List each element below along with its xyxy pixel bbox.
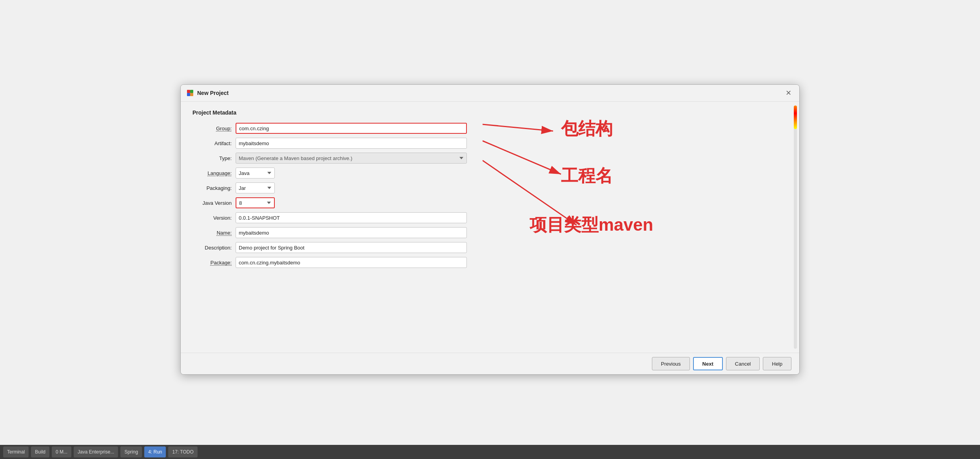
taskbar-maven[interactable]: 0 M... bbox=[52, 446, 71, 457]
java-version-row: Java Version 8 11 17 bbox=[192, 197, 467, 208]
version-row: Version: bbox=[192, 212, 467, 223]
java-version-label: Java Version bbox=[192, 200, 236, 206]
group-label: Group: bbox=[192, 126, 236, 131]
package-row: Package: bbox=[192, 257, 467, 268]
bottom-bar: Previous Next Cancel Help bbox=[181, 353, 799, 374]
content-area: Project Metadata Group: Artifact: Type: … bbox=[181, 102, 799, 353]
artifact-row: Artifact: bbox=[192, 138, 467, 149]
taskbar-terminal[interactable]: Terminal bbox=[3, 446, 29, 457]
java-version-select[interactable]: 8 11 17 bbox=[236, 197, 275, 208]
language-select[interactable]: Java bbox=[236, 168, 275, 178]
type-label: Type: bbox=[192, 155, 236, 161]
next-button[interactable]: Next bbox=[693, 357, 723, 370]
svg-rect-3 bbox=[190, 93, 193, 96]
svg-line-5 bbox=[483, 141, 561, 174]
previous-button[interactable]: Previous bbox=[652, 357, 690, 370]
type-row: Type: Maven (Generate a Maven based proj… bbox=[192, 153, 467, 164]
packaging-select[interactable]: Jar bbox=[236, 182, 275, 193]
scrollbar[interactable] bbox=[793, 105, 798, 350]
help-button[interactable]: Help bbox=[763, 357, 791, 370]
svg-line-4 bbox=[483, 124, 553, 131]
cancel-button[interactable]: Cancel bbox=[726, 357, 760, 370]
description-input[interactable] bbox=[236, 242, 467, 253]
name-row: Name: bbox=[192, 227, 467, 238]
package-input[interactable] bbox=[236, 257, 467, 268]
description-label: Description: bbox=[192, 245, 236, 251]
artifact-label: Artifact: bbox=[192, 140, 236, 146]
app-icon bbox=[186, 89, 194, 97]
group-input[interactable] bbox=[236, 123, 467, 134]
description-row: Description: bbox=[192, 242, 467, 253]
package-label: Package: bbox=[192, 260, 236, 266]
packaging-label: Packaging: bbox=[192, 185, 236, 191]
scrollbar-track bbox=[794, 106, 797, 349]
type-select[interactable]: Maven (Generate a Maven based project ar… bbox=[236, 153, 467, 164]
packaging-row: Packaging: Jar bbox=[192, 182, 467, 193]
language-row: Language: Java bbox=[192, 168, 467, 178]
annotation-2: 工程名 bbox=[561, 164, 613, 188]
svg-rect-2 bbox=[187, 93, 190, 96]
taskbar-todo[interactable]: 17: TODO bbox=[168, 446, 197, 457]
title-bar: New Project ✕ bbox=[181, 85, 799, 102]
form-area: Project Metadata Group: Artifact: Type: … bbox=[192, 109, 467, 345]
annotation-3: 项目类型maven bbox=[530, 213, 653, 237]
section-title: Project Metadata bbox=[192, 109, 467, 116]
close-button[interactable]: ✕ bbox=[783, 88, 794, 98]
name-input[interactable] bbox=[236, 227, 467, 238]
new-project-dialog: New Project ✕ Project Metadata Group: Ar… bbox=[180, 84, 800, 375]
taskbar-java-enterprise[interactable]: Java Enterprise... bbox=[74, 446, 118, 457]
taskbar-build[interactable]: Build bbox=[31, 446, 49, 457]
taskbar-spring[interactable]: Spring bbox=[120, 446, 142, 457]
annotation-area: 包结构 工程名 项目类型maven bbox=[483, 109, 788, 345]
name-label: Name: bbox=[192, 230, 236, 236]
annotation-1: 包结构 bbox=[561, 117, 613, 140]
language-label: Language: bbox=[192, 170, 236, 176]
svg-rect-0 bbox=[187, 90, 190, 93]
taskbar-run[interactable]: 4: Run bbox=[144, 446, 166, 457]
svg-rect-1 bbox=[190, 90, 193, 93]
dialog-title: New Project bbox=[197, 90, 783, 96]
scrollbar-thumb[interactable] bbox=[794, 106, 797, 129]
group-row: Group: bbox=[192, 123, 467, 134]
version-input[interactable] bbox=[236, 212, 467, 223]
taskbar: Terminal Build 0 M... Java Enterprise...… bbox=[0, 445, 980, 459]
artifact-input[interactable] bbox=[236, 138, 467, 149]
version-label: Version: bbox=[192, 215, 236, 221]
